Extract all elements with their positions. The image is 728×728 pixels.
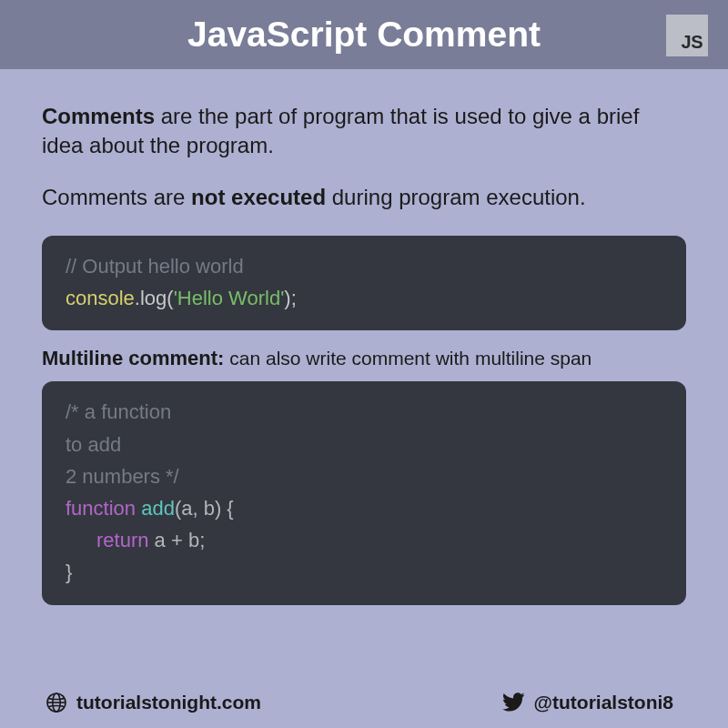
- subhead-rest: can also write comment with multiline sp…: [224, 348, 592, 369]
- footer-handle-text: @tutorialstoni8: [534, 692, 673, 713]
- code-line: to add: [66, 429, 662, 460]
- footer-site-text: tutorialstonight.com: [76, 692, 261, 713]
- code-line: 2 numbers */: [66, 460, 662, 492]
- intro-lead: Comments: [42, 104, 155, 128]
- code-line: return a + b;: [66, 524, 662, 556]
- code-line: /* a function: [66, 396, 662, 428]
- page-title: JavaScript Comment: [187, 15, 541, 55]
- intro2-pre: Comments are: [42, 185, 191, 209]
- code-block-multiline: /* a function to add 2 numbers */ functi…: [42, 381, 686, 604]
- code-block-single-line: // Output hello world console.log('Hello…: [42, 236, 686, 330]
- footer: tutorialstonight.com @tutorialstoni8: [0, 692, 728, 713]
- intro-paragraph-2: Comments are not executed during program…: [42, 183, 686, 212]
- intro2-bold: not executed: [191, 185, 326, 209]
- header: JavaScript Comment JS: [0, 0, 728, 69]
- content: Comments are the part of program that is…: [0, 69, 728, 605]
- intro2-post: during program execution.: [326, 185, 586, 209]
- code-line: function add(a, b) {: [66, 492, 662, 524]
- js-badge-icon: JS: [666, 15, 708, 56]
- footer-twitter: @tutorialstoni8: [501, 692, 673, 713]
- code-line: console.log('Hello World');: [66, 282, 662, 314]
- footer-site: tutorialstonight.com: [46, 692, 261, 713]
- twitter-icon: [501, 693, 525, 713]
- intro-paragraph-1: Comments are the part of program that is…: [42, 102, 686, 159]
- code-line: }: [66, 556, 662, 588]
- globe-icon: [46, 692, 67, 713]
- js-badge-label: JS: [682, 32, 703, 53]
- subhead-bold: Multiline comment:: [42, 347, 224, 369]
- multiline-subhead: Multiline comment: can also write commen…: [42, 347, 686, 370]
- code-line: // Output hello world: [66, 250, 662, 282]
